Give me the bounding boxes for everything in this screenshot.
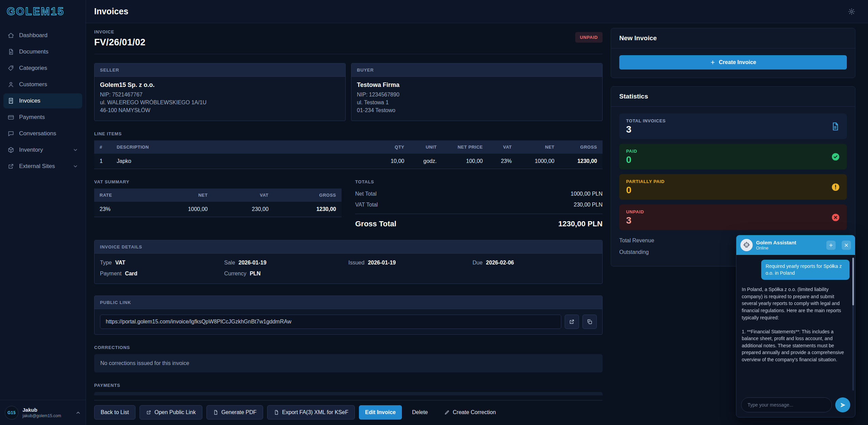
logo-text: GOLEM15 [7,5,64,18]
new-chat-button[interactable] [826,241,836,250]
copy-link-button[interactable] [582,315,597,329]
cell-net-price: 100,00 [442,154,488,169]
table-row: 23% 1000,00 230,00 1230,00 [94,202,342,217]
sidebar-item-label: Documents [19,48,48,55]
chat-message-input[interactable] [741,397,832,412]
chat-titles: Golem Assistant Online [756,240,796,251]
invoice-details-heading: INVOICE DETAILS [100,244,142,249]
sidebar-item-customers[interactable]: Customers [3,77,82,92]
sidebar-item-dashboard[interactable]: Dashboard [3,28,82,43]
chat-status: Online [756,246,796,251]
document-icon [8,48,14,55]
field-sale: Sale2026-01-19 [224,260,348,266]
sidebar-item-label: Conversations [19,130,56,137]
chevron-up-icon [75,410,81,415]
pdf-file-icon [213,410,218,415]
col-header-net: NET [517,140,560,154]
totals: TOTALS Net Total 1000,00 PLN VAT Total 2… [355,179,603,228]
vat-col-gross: GROSS [274,188,342,202]
payments-empty-state: No payments done for this invoice [94,392,603,395]
assistant-message: In Poland, a Spółka z o.o. (limited liab… [742,286,850,363]
app-root: GOLEM15 Dashboard Documents Categories C… [0,0,868,425]
sidebar-item-inventory[interactable]: Inventory [3,142,82,157]
public-link-input[interactable] [100,315,561,329]
gross-total-value: 1230,00 PLN [558,219,603,228]
copy-icon [587,319,593,325]
public-link-heading: PUBLIC LINK [100,300,131,305]
send-message-button[interactable] [835,397,850,412]
plus-icon [828,243,834,248]
page-title: Invoices [94,6,128,16]
seller-nip: NIP: 7521467767 [100,91,340,98]
vat-cell-vat: 230,00 [213,202,274,217]
settings-gear-icon[interactable] [848,8,855,15]
vat-total-value: 230,00 PLN [574,202,603,208]
buyer-street: ul. Testowa 1 [357,98,597,106]
export-xml-button[interactable]: Export FA(3) XML for KSeF [267,405,355,420]
gross-total-label: Gross Total [355,219,396,228]
home-icon [8,32,14,39]
seller-street: ul. WALEREGO WRÓBLEWSKIEGO 1A/1U [100,98,340,106]
col-header-description: DESCRIPTION [111,140,372,154]
user-meta: Jakub jakub@golem15.com [23,407,61,418]
statistics-title: Statistics [619,93,847,100]
seller-heading: SELLER [100,67,119,73]
buyer-nip: NIP: 1234567890 [357,91,597,98]
invoice-scroll-area: INVOICE FV/26/01/02 UNPAID SELLER Golem1… [94,28,603,395]
chat-scrollbar[interactable] [852,258,854,305]
close-chat-button[interactable] [842,241,851,250]
field-due: Due2026-02-06 [473,260,597,266]
new-invoice-card: New Invoice Create Invoice [611,28,855,78]
vat-cell-rate: 23% [94,202,146,217]
generate-pdf-button[interactable]: Generate PDF [206,405,263,420]
field-currency: CurrencyPLN [224,271,348,277]
create-correction-button[interactable]: Create Correction [438,405,502,420]
cell-vat: 23% [488,154,517,169]
sidebar-item-invoices[interactable]: Invoices [3,93,82,108]
sidebar: GOLEM15 Dashboard Documents Categories C… [0,0,86,425]
sidebar-item-documents[interactable]: Documents [3,44,82,59]
chat-widget: Golem Assistant Online Required yearly r… [736,235,855,418]
vat-summary: VAT SUMMARY RATE NET VAT GROSS [94,179,342,228]
invoice-icon [8,97,14,104]
vat-summary-heading: VAT SUMMARY [94,179,342,184]
invoice-detail: INVOICE FV/26/01/02 UNPAID SELLER Golem1… [94,28,603,425]
sidebar-item-categories[interactable]: Categories [3,61,82,76]
external-link-icon [146,410,151,415]
invoice-details-box: INVOICE DETAILS TypeVAT Sale2026-01-19 I… [94,240,603,284]
x-circle-icon [831,213,840,222]
stat-paid: PAID 0 [619,144,847,169]
buyer-box: BUYER Testowa Firma NIP: 1234567890 ul. … [351,63,603,121]
col-header-qty: QTY [372,140,410,154]
chat-messages: Required yearly reports for Spółka z o.o… [736,255,855,393]
chat-title: Golem Assistant [756,240,796,245]
col-header-net-price: NET PRICE [442,140,488,154]
chat-bubble-icon [8,130,14,137]
sidebar-item-label: Categories [19,65,47,72]
net-total-value: 1000,00 PLN [571,191,603,197]
cube-icon [8,147,14,153]
logo: GOLEM15 [0,0,86,23]
buyer-city: 01-234 Testowo [357,106,597,114]
line-items-heading: LINE ITEMS [94,131,603,136]
xml-file-icon [274,410,279,415]
line-items-table: # DESCRIPTION QTY UNIT NET PRICE VAT NET… [94,140,603,169]
outstanding-label: Outstanding [619,249,649,255]
cell-net: 1000,00 [517,154,560,169]
sidebar-item-conversations[interactable]: Conversations [3,126,82,141]
public-link-box: PUBLIC LINK [94,295,603,335]
user-name: Jakub [23,407,61,413]
external-link-icon [8,163,14,170]
edit-invoice-button[interactable]: Edit Invoice [359,405,402,420]
create-invoice-button[interactable]: Create Invoice [619,55,847,70]
delete-button[interactable]: Delete [406,405,434,420]
sidebar-item-external-sites[interactable]: External Sites [3,159,82,174]
cell-idx: 1 [94,154,111,169]
net-total-label: Net Total [355,191,377,197]
user-menu[interactable]: G15 Jakub jakub@golem15.com [0,400,86,425]
open-public-link-button[interactable]: Open Public Link [140,405,202,420]
chevron-down-icon [73,147,78,153]
back-to-list-button[interactable]: Back to List [94,405,135,420]
open-link-button[interactable] [565,315,579,329]
sidebar-item-payments[interactable]: Payments [3,110,82,125]
